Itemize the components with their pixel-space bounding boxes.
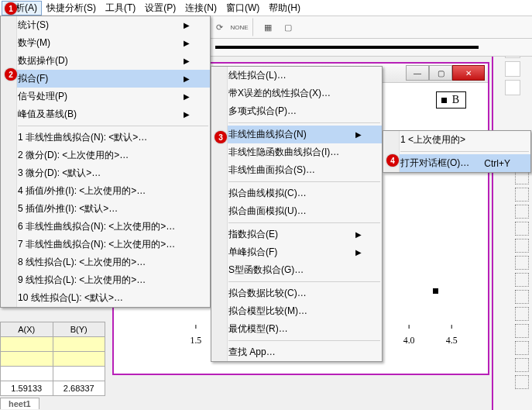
col-a-header[interactable]: A(X) <box>1 322 53 337</box>
menu-item-recent[interactable]: 4 插值/外推(I): <上次使用的>… <box>1 182 210 200</box>
maximize-button[interactable]: ▢ <box>429 65 452 81</box>
svg-text:4.5: 4.5 <box>446 335 458 346</box>
plot-legend[interactable]: B <box>436 91 466 109</box>
menu-item[interactable]: 带X误差的线性拟合(X)… <box>211 84 382 102</box>
menu-item[interactable]: 非线性曲线拟合(N)▶ <box>211 126 382 143</box>
menubar-item[interactable]: 设置(P) <box>140 1 180 16</box>
menu-item[interactable]: 查找 App… <box>211 343 382 361</box>
cell[interactable]: 1.59133 <box>1 381 53 396</box>
menu-item[interactable]: 拟合曲线模拟(C)… <box>211 184 382 202</box>
cell[interactable] <box>53 352 105 367</box>
sidebar-icon[interactable] <box>505 61 520 77</box>
cell[interactable] <box>53 337 105 352</box>
dock-icon[interactable] <box>515 273 529 287</box>
cell[interactable] <box>1 367 53 381</box>
nlfit-submenu: 1 <上次使用的>打开对话框(O)…Ctrl+Y <box>383 130 531 173</box>
menu-item[interactable]: 1 <上次使用的> <box>383 131 530 149</box>
step-marker-4: 4 <box>386 154 399 167</box>
menubar: 分析(A)快捷分析(S)工具(T)设置(P)连接(N)窗口(W)帮助(H) <box>0 0 532 16</box>
tool-grid[interactable]: ▦ <box>259 18 277 36</box>
dock-icon[interactable] <box>515 307 529 321</box>
svg-text:4.0: 4.0 <box>403 335 415 346</box>
menu-item[interactable]: S型函数拟合(G)… <box>211 261 382 279</box>
menu-item-recent[interactable]: 6 非线性曲线拟合(N): <上次使用的>… <box>1 218 210 236</box>
col-b-header[interactable]: B(Y) <box>53 322 105 337</box>
menu-item-recent[interactable]: 7 非线性曲线拟合(N): <上次使用的>… <box>1 236 210 253</box>
svg-text:1.5: 1.5 <box>190 335 202 346</box>
dock-icon[interactable] <box>515 256 529 270</box>
menu-item[interactable]: 指数拟合(E)▶ <box>211 226 382 243</box>
menu-item-recent[interactable]: 5 插值/外推(I): <默认>… <box>1 200 210 218</box>
menu-item-recent[interactable]: 2 微分(D): <上次使用的>… <box>1 146 210 164</box>
cell[interactable] <box>1 352 53 367</box>
menu-item[interactable]: 单峰拟合(F)▶ <box>211 243 382 261</box>
cell[interactable] <box>53 367 105 381</box>
cell[interactable] <box>1 337 53 352</box>
dock-icon[interactable] <box>515 324 529 338</box>
tool-box2[interactable]: ▢ <box>279 18 297 36</box>
analysis-menu: 统计(S)▶数学(M)▶数据操作(D)▶拟合(F)▶信号处理(P)▶峰值及基线(… <box>0 16 211 308</box>
sheet-tab[interactable]: heet1 <box>0 398 39 409</box>
right-sidebar: Apps <box>492 16 532 410</box>
menu-item-recent[interactable]: 1 非线性曲线拟合(N): <默认>… <box>1 129 210 146</box>
dock-icon[interactable] <box>515 290 529 304</box>
close-button[interactable]: ✕ <box>452 65 485 81</box>
dock-icon[interactable] <box>515 239 529 253</box>
menu-item[interactable]: 数学(M)▶ <box>1 34 210 52</box>
worksheet[interactable]: A(X)B(Y) 1.591332.68337 <box>0 322 105 396</box>
step-marker-1: 1 <box>5 2 17 15</box>
menu-item[interactable]: 统计(S)▶ <box>1 16 210 34</box>
menu-item[interactable]: 峰值及基线(B)▶ <box>1 105 210 123</box>
menu-item[interactable]: 最优模型(R)… <box>211 320 382 338</box>
menu-item[interactable]: 非线性隐函数曲线拟合(I)… <box>211 143 382 161</box>
dock-icon[interactable] <box>515 341 529 355</box>
dock-icon[interactable] <box>515 375 529 389</box>
menu-item[interactable]: 打开对话框(O)…Ctrl+Y <box>383 154 530 172</box>
cell[interactable]: 2.68337 <box>53 381 105 396</box>
menu-item[interactable]: 拟合曲面模拟(U)… <box>211 202 382 220</box>
tool-none[interactable]: NONE <box>230 18 249 36</box>
menu-item[interactable]: 拟合数据比较(C)… <box>211 284 382 302</box>
menu-item-recent[interactable]: 10 线性拟合(L): <默认>… <box>1 289 210 307</box>
dock-icon[interactable] <box>515 222 529 236</box>
menubar-item[interactable]: 窗口(W) <box>221 1 264 16</box>
menubar-item[interactable]: 快捷分析(S) <box>42 1 101 16</box>
menu-item[interactable]: 拟合模型比较(M)… <box>211 302 382 320</box>
minimize-button[interactable]: — <box>406 65 429 81</box>
menu-item[interactable]: 数据操作(D)▶ <box>1 52 210 70</box>
menu-item[interactable]: 拟合(F)▶ <box>1 70 210 88</box>
dock-icon[interactable] <box>515 205 529 219</box>
menubar-item[interactable]: 连接(N) <box>180 1 221 16</box>
line-style-preview[interactable] <box>215 46 479 49</box>
menubar-item[interactable]: 帮助(H) <box>264 1 305 16</box>
menu-item[interactable]: 非线性曲面拟合(S)… <box>211 161 382 179</box>
dock-icon[interactable] <box>515 188 529 202</box>
dock-icon[interactable] <box>515 358 529 372</box>
menu-item-recent[interactable]: 3 微分(D): <默认>… <box>1 164 210 182</box>
menu-item-recent[interactable]: 8 线性拟合(L): <上次使用的>… <box>1 253 210 271</box>
step-marker-3: 3 <box>215 131 227 143</box>
data-point <box>433 288 438 294</box>
menu-item[interactable]: 多项式拟合(P)… <box>211 102 382 120</box>
sidebar-icon[interactable] <box>505 80 520 95</box>
step-marker-2: 2 <box>5 68 17 81</box>
tool-refresh[interactable]: ⟳ <box>210 18 228 36</box>
menu-item-recent[interactable]: 9 线性拟合(L): <上次使用的>… <box>1 271 210 289</box>
menubar-item[interactable]: 工具(T) <box>101 1 140 16</box>
fit-submenu: 线性拟合(L)…带X误差的线性拟合(X)…多项式拟合(P)…非线性曲线拟合(N)… <box>211 66 383 362</box>
menu-item[interactable]: 信号处理(P)▶ <box>1 88 210 105</box>
menu-item[interactable]: 线性拟合(L)… <box>211 67 382 84</box>
